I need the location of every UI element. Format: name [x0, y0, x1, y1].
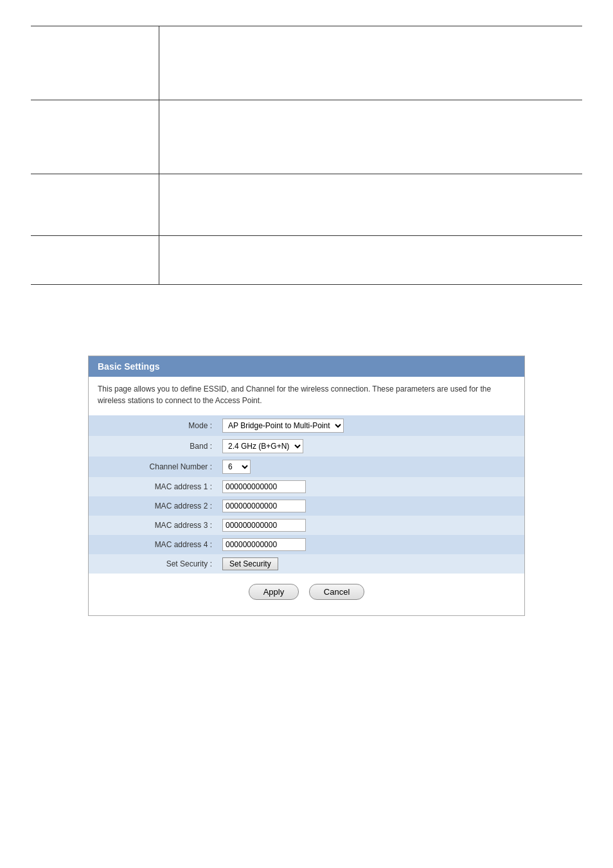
table-cell-left [31, 235, 159, 284]
mac2-input-cell [217, 496, 524, 516]
panel-description: This page allows you to define ESSID, an… [89, 377, 524, 415]
cancel-button[interactable]: Cancel [309, 584, 364, 600]
mac1-label: MAC address 1 : [89, 477, 217, 496]
panel-desc-text: This page allows you to define ESSID, an… [98, 384, 491, 405]
mac4-row: MAC address 4 : [89, 535, 524, 554]
table-cell-right [159, 26, 583, 100]
mac1-input-cell [217, 477, 524, 496]
channel-select[interactable]: 1 2 3 4 5 6 7 8 9 10 11 [222, 460, 251, 474]
table-row [31, 235, 583, 284]
table-row [31, 100, 583, 174]
panel-title-text: Basic Settings [98, 361, 159, 372]
top-table [31, 26, 583, 285]
set-security-button[interactable]: Set Security [222, 557, 278, 570]
band-input-cell: 2.4 GHz (B+G+N) 2.4 GHz (B) 2.4 GHz (G) … [217, 436, 524, 457]
mac4-input[interactable] [222, 538, 306, 551]
table-row [31, 174, 583, 236]
mac2-row: MAC address 2 : [89, 496, 524, 516]
band-row: Band : 2.4 GHz (B+G+N) 2.4 GHz (B) 2.4 G… [89, 436, 524, 457]
set-security-button-label: Set Security [229, 559, 271, 568]
set-security-input-cell: Set Security [217, 554, 524, 574]
mode-label: Mode : [89, 415, 217, 436]
channel-row: Channel Number : 1 2 3 4 5 6 7 8 9 1 [89, 457, 524, 477]
table-cell-left [31, 174, 159, 236]
mac3-row: MAC address 3 : [89, 516, 524, 535]
band-select[interactable]: 2.4 GHz (B+G+N) 2.4 GHz (B) 2.4 GHz (G) … [222, 439, 303, 453]
band-label: Band : [89, 436, 217, 457]
mac1-input[interactable] [222, 480, 306, 493]
table-cell-right [159, 174, 583, 236]
mac3-input-cell [217, 516, 524, 535]
panel-title: Basic Settings [89, 356, 524, 377]
mac3-input[interactable] [222, 519, 306, 532]
mac1-row: MAC address 1 : [89, 477, 524, 496]
mac2-label: MAC address 2 : [89, 496, 217, 516]
mode-input-cell: AP Bridge-Point to Multi-Point Access Po… [217, 415, 524, 436]
mac2-input[interactable] [222, 500, 306, 512]
channel-label: Channel Number : [89, 457, 217, 477]
cancel-button-label: Cancel [324, 587, 350, 597]
button-row: Apply Cancel [89, 574, 524, 602]
spacer2 [0, 330, 613, 356]
set-security-label: Set Security : [89, 554, 217, 574]
table-cell-right [159, 235, 583, 284]
mode-select[interactable]: AP Bridge-Point to Multi-Point Access Po… [222, 419, 344, 433]
mac4-input-cell [217, 535, 524, 554]
set-security-row: Set Security : Set Security [89, 554, 524, 574]
spacer [0, 304, 613, 330]
form-table: Mode : AP Bridge-Point to Multi-Point Ac… [89, 415, 524, 574]
page-wrapper: Basic Settings This page allows you to d… [0, 0, 613, 868]
table-cell-left [31, 26, 159, 100]
table-cell-left [31, 100, 159, 174]
apply-button-label: Apply [263, 587, 285, 597]
mac3-label: MAC address 3 : [89, 516, 217, 535]
channel-input-cell: 1 2 3 4 5 6 7 8 9 10 11 [217, 457, 524, 477]
table-row [31, 26, 583, 100]
mode-row: Mode : AP Bridge-Point to Multi-Point Ac… [89, 415, 524, 436]
mac4-label: MAC address 4 : [89, 535, 217, 554]
basic-settings-panel: Basic Settings This page allows you to d… [88, 356, 525, 616]
apply-button[interactable]: Apply [249, 584, 299, 600]
table-cell-right [159, 100, 583, 174]
